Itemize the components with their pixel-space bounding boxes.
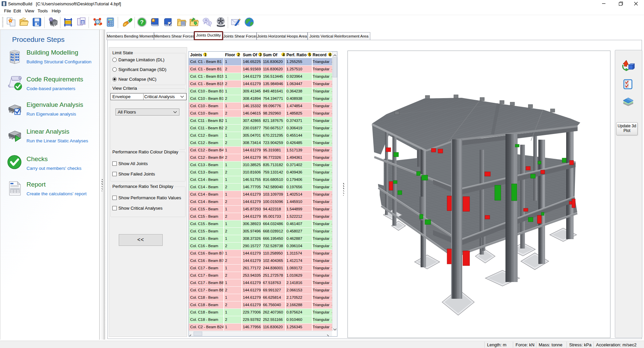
svg-text:?: ? — [140, 19, 144, 25]
